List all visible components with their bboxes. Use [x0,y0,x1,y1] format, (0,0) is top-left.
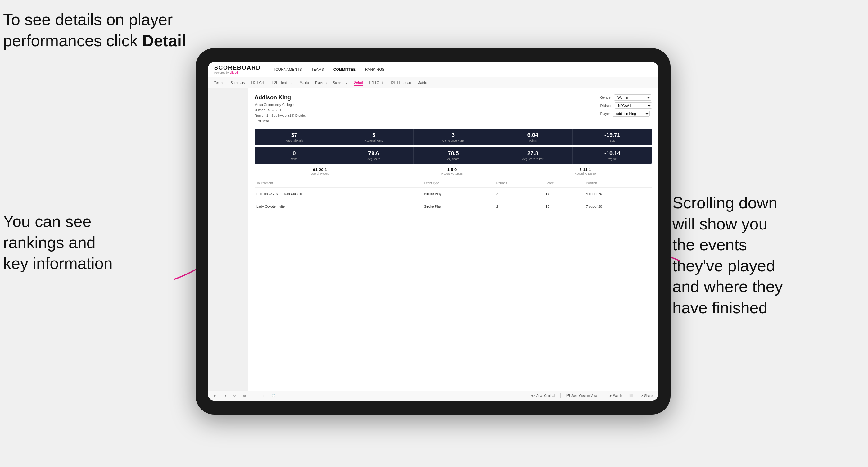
division-select[interactable]: NJCAA I NJCAA II [615,102,652,109]
toolbar-screen[interactable]: ⬜ [627,394,635,398]
event-position-2: 7 out of 20 [584,200,652,213]
records-row: 91-20-1 Overall Record 1-5-0 Record vs t… [254,167,652,175]
event-score-1: 17 [544,188,584,200]
player-label: Player [600,112,610,116]
toolbar-share[interactable]: ↗ Share [639,394,654,398]
nav-committee[interactable]: COMMITTEE [333,66,356,73]
stat-avg-sg: -10.14 Avg SG [573,147,652,164]
top-nav: SCOREBOARD Powered by clippd TOURNAMENTS… [208,62,658,77]
top-nav-items: TOURNAMENTS TEAMS COMMITTEE RANKINGS [273,66,384,73]
subnav-summary2[interactable]: Summary [333,80,347,86]
toolbar-sep-1 [560,394,561,398]
toolbar-redo[interactable]: ↪ [222,394,228,398]
player-name: Addison King [254,94,306,101]
share-label: Share [644,394,653,398]
sidebar [208,88,248,391]
player-region: Region 1 - Southwest (18) District [254,114,306,117]
toolbar-sep-2 [603,394,603,398]
player-select[interactable]: Addison King [613,111,650,117]
subnav-h2h-heatmap[interactable]: H2H Heatmap [272,80,293,86]
tablet: SCOREBOARD Powered by clippd TOURNAMENTS… [195,48,671,414]
save-icon: 💾 [566,394,570,398]
content-area: Addison King Mesa Community College NJCA… [248,88,658,391]
player-selectors: Gender Women Men Division NJCAA I NJCAA … [600,94,652,124]
logo-area: SCOREBOARD Powered by clippd [214,65,261,74]
save-label: Save Custom View [571,394,597,398]
view-label: View: Original [536,394,555,398]
stat-wins: 0 Wins [254,147,334,164]
toolbar-plus[interactable]: + [260,394,266,398]
player-info: Addison King Mesa Community College NJCA… [254,94,306,124]
event-type-2: Stroke Play [422,200,495,213]
player-division: NJCAA Division 1 [254,108,281,112]
col-tournament: Tournament [254,179,422,188]
subnav-players[interactable]: Players [315,80,327,86]
subnav-detail[interactable]: Detail [353,79,363,86]
col-score: Score [544,179,584,188]
events-table: Tournament Event Type Rounds Score Posit… [254,179,652,213]
stat-conference-rank: 3 Conference Rank [413,129,493,145]
player-college: Mesa Community College [254,103,294,106]
view-icon: 👁 [531,394,535,398]
gender-label: Gender [600,96,612,99]
toolbar-minus[interactable]: − [251,394,257,398]
record-overall: 91-20-1 Overall Record [311,167,330,175]
subnav-teams[interactable]: Teams [214,80,224,86]
event-tournament-1: Estrella CC- Mountain Classic [254,188,422,200]
annotation-right: Scrolling down will show you the events … [673,192,865,319]
nav-rankings[interactable]: RANKINGS [365,66,385,73]
annotation-top-left: To see details on player performances cl… [3,9,195,51]
logo-scoreboard: SCOREBOARD [214,65,261,71]
toolbar-undo[interactable]: ↩ [212,394,218,398]
stats-row-2: 0 Wins 79.6 Avg Score 78.5 Adj Score 27.… [254,147,652,164]
main-content: Addison King Mesa Community College NJCA… [208,88,658,391]
sub-nav: Teams Summary H2H Grid H2H Heatmap Matri… [208,77,658,88]
toolbar-refresh[interactable]: ⟳ [231,394,238,398]
toolbar-copy[interactable]: ⧉ [242,394,247,398]
event-rounds-2: 2 [495,200,544,213]
subnav-h2h-heatmap2[interactable]: H2H Heatmap [390,80,411,86]
col-rounds: Rounds [495,179,544,188]
col-event-type: Event Type [422,179,495,188]
event-rounds-1: 2 [495,188,544,200]
toolbar-save[interactable]: 💾 Save Custom View [564,394,599,398]
stat-points: 6.04 Points [493,129,573,145]
share-icon: ↗ [641,394,643,398]
event-tournament-2: Lady Coyote Invite [254,200,422,213]
stat-regional-rank: 3 Regional Rank [334,129,413,145]
event-position-1: 4 out of 20 [584,188,652,200]
division-label: Division [600,104,612,107]
watch-icon: 👁 [609,394,612,398]
col-position: Position [584,179,652,188]
stat-adj-score: 78.5 Adj Score [413,147,493,164]
stats-row-1: 37 National Rank 3 Regional Rank 3 Confe… [254,129,652,145]
bottom-toolbar: ↩ ↪ ⟳ ⧉ − + 🕐 👁 View: Original 💾 Save Cu… [208,391,658,401]
player-header: Addison King Mesa Community College NJCA… [254,94,652,124]
subnav-matrix[interactable]: Matrix [300,80,309,86]
subnav-h2h-grid[interactable]: H2H Grid [251,80,266,86]
nav-teams[interactable]: TEAMS [311,66,324,73]
subnav-matrix2[interactable]: Matrix [417,80,427,86]
toolbar-view[interactable]: 👁 View: Original [530,394,557,398]
event-score-2: 16 [544,200,584,213]
gender-select[interactable]: Women Men [614,94,651,101]
subnav-h2h-grid2[interactable]: H2H Grid [369,80,383,86]
record-top50: 5-11-1 Record vs top 50 [575,167,596,175]
table-row: Estrella CC- Mountain Classic Stroke Pla… [254,188,652,200]
toolbar-clock[interactable]: 🕐 [270,394,277,398]
table-row: Lady Coyote Invite Stroke Play 2 16 7 ou… [254,200,652,213]
subnav-summary[interactable]: Summary [230,80,245,86]
nav-tournaments[interactable]: TOURNAMENTS [273,66,302,73]
logo-powered: Powered by clippd [214,71,261,74]
stat-sos: -19.71 SoS [573,129,652,145]
tablet-screen: SCOREBOARD Powered by clippd TOURNAMENTS… [208,62,658,401]
stat-avg-score: 79.6 Avg Score [334,147,413,164]
toolbar-watch[interactable]: 👁 Watch [607,394,624,398]
event-type-1: Stroke Play [422,188,495,200]
record-top25: 1-5-0 Record vs top 25 [441,167,463,175]
gender-selector-row: Gender Women Men [600,94,652,101]
stat-avg-score-par: 27.8 Avg Score to Par [493,147,573,164]
annotation-bottom-left: You can see rankings and key information [3,211,174,274]
logo-brand: clippd [230,71,238,74]
stat-national-rank: 37 National Rank [254,129,334,145]
